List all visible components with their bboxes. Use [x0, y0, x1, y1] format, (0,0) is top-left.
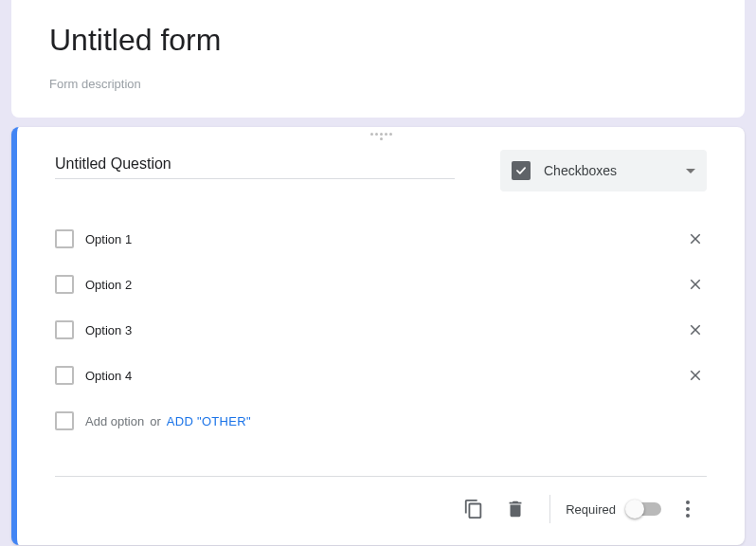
checkbox-icon — [55, 366, 74, 385]
more-options-button[interactable] — [669, 490, 707, 528]
remove-option-button[interactable] — [684, 318, 707, 341]
add-other-button[interactable]: ADD "OTHER" — [167, 414, 251, 428]
form-description[interactable]: Form description — [49, 77, 707, 91]
question-footer: Required — [55, 476, 707, 545]
form-title[interactable]: Untitled form — [49, 23, 707, 58]
question-type-selector[interactable]: Checkboxes — [500, 150, 707, 191]
trash-icon — [505, 499, 526, 519]
question-type-label: Checkboxes — [544, 163, 686, 178]
or-text: or — [150, 414, 161, 428]
option-row: Option 3 — [55, 307, 707, 353]
duplicate-button[interactable] — [455, 490, 493, 528]
close-icon — [687, 276, 704, 293]
delete-button[interactable] — [496, 490, 534, 528]
drag-handle-icon — [369, 133, 392, 140]
add-option-button[interactable]: Add option — [85, 414, 144, 428]
option-row: Option 1 — [55, 216, 707, 262]
close-icon — [687, 230, 704, 247]
option-row: Option 4 — [55, 353, 707, 398]
required-toggle[interactable] — [627, 502, 661, 516]
option-row: Option 2 — [55, 262, 707, 307]
remove-option-button[interactable] — [684, 364, 707, 387]
checkboxes-icon — [512, 161, 531, 180]
option-label-input[interactable]: Option 1 — [85, 232, 684, 246]
remove-option-button[interactable] — [684, 228, 707, 250]
option-label-input[interactable]: Option 4 — [85, 369, 684, 383]
option-label-input[interactable]: Option 3 — [85, 323, 684, 337]
checkbox-icon — [55, 320, 74, 339]
option-label-input[interactable]: Option 2 — [85, 278, 684, 292]
question-body: Untitled Question Checkboxes Option 1 — [17, 144, 745, 444]
add-option-row: Add option or ADD "OTHER" — [55, 398, 707, 444]
chevron-down-icon — [686, 169, 695, 173]
more-vertical-icon — [686, 500, 690, 518]
drag-handle[interactable] — [17, 127, 745, 144]
question-title-input[interactable]: Untitled Question — [55, 150, 455, 179]
remove-option-button[interactable] — [684, 273, 707, 296]
copy-icon — [463, 499, 484, 519]
close-icon — [687, 321, 704, 338]
question-card: Untitled Question Checkboxes Option 1 — [11, 127, 745, 545]
close-icon — [687, 367, 704, 384]
divider — [549, 495, 550, 523]
form-header: Untitled form Form description — [11, 0, 745, 118]
required-label: Required — [566, 502, 616, 517]
toggle-knob — [625, 500, 644, 519]
options-list: Option 1 Option 2 Option 3 — [55, 216, 707, 444]
checkbox-icon — [55, 275, 74, 294]
checkbox-icon — [55, 411, 74, 430]
checkbox-icon — [55, 229, 74, 248]
